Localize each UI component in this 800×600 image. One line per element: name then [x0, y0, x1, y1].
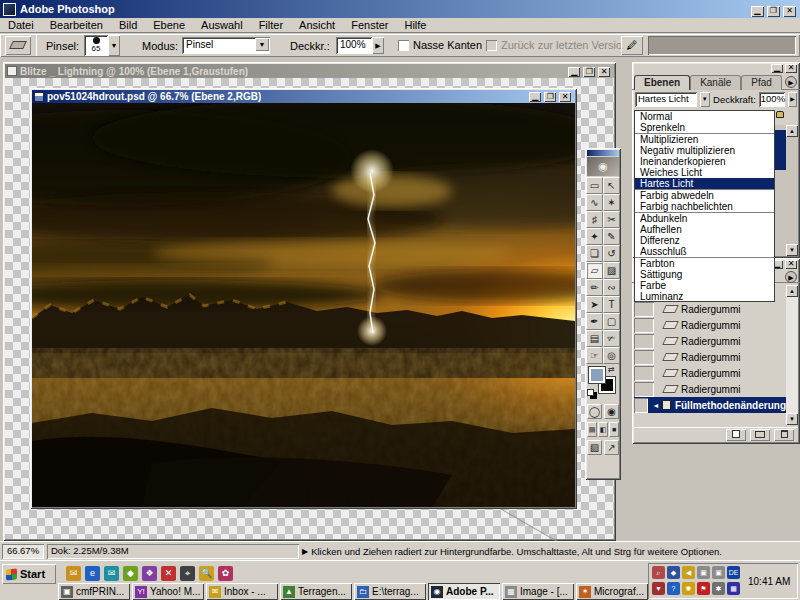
tray-language-indicator[interactable]: DE: [727, 566, 740, 579]
history-row[interactable]: Radiergummi: [634, 349, 786, 365]
history-snapshot-well[interactable]: [634, 350, 654, 365]
blend-option-multiplizieren[interactable]: Multiplizieren: [635, 134, 774, 145]
history-list[interactable]: Radiergummi Radiergummi Radiergummi Radi…: [634, 285, 786, 425]
history-state-slider-icon[interactable]: ◄: [652, 402, 659, 409]
tray-update-icon[interactable]: ✺: [682, 582, 695, 595]
quick-launch-communicator-icon[interactable]: ✿: [218, 566, 233, 581]
doc-pov-restore-button[interactable]: ❐: [544, 92, 556, 102]
quick-launch-outlook-icon[interactable]: ✉: [66, 566, 81, 581]
layers-palette-minimize-button[interactable]: ▁: [771, 64, 783, 73]
paintbrush-tool[interactable]: ✎: [603, 228, 620, 245]
layers-scroll-up[interactable]: ▲: [786, 125, 798, 137]
taskbar-button-micrografx[interactable]: ✶Micrograf...: [576, 583, 648, 600]
doc-pov-close-button[interactable]: ✕: [559, 92, 571, 102]
blend-option-differenz[interactable]: Differenz: [635, 235, 774, 246]
tray-display-icon[interactable]: ▣: [697, 566, 710, 579]
selected-layer-row[interactable]: [774, 130, 786, 170]
blend-option-ineinanderkopieren[interactable]: Ineinanderkopieren: [635, 156, 774, 167]
blend-option-weiches-licht[interactable]: Weiches Licht: [635, 167, 774, 178]
history-snapshot-well[interactable]: [634, 398, 648, 413]
taskbar-button-image[interactable]: ▦Image - [...: [502, 583, 574, 600]
layers-opacity-arrow[interactable]: ▶: [788, 92, 797, 107]
tray-magnifier-icon[interactable]: ⌕: [652, 566, 665, 579]
zoom-level-field[interactable]: 66.67%: [2, 544, 44, 559]
foreground-color-swatch[interactable]: [589, 367, 605, 383]
tab-ebenen[interactable]: Ebenen: [634, 75, 690, 90]
blend-mode-arrow[interactable]: ▼: [700, 92, 710, 107]
blend-option-farbe[interactable]: Farbe: [635, 280, 774, 291]
quick-mask-mode-button[interactable]: ◉: [604, 404, 619, 419]
mode-select[interactable]: Pinsel ▼: [182, 37, 270, 54]
doc-size-field[interactable]: Dok: 2.25M/9.38M: [47, 544, 299, 559]
layers-palette-close-button[interactable]: ✕: [785, 64, 797, 73]
lasso-tool[interactable]: ∿: [586, 194, 603, 211]
blend-option-sprenkeln[interactable]: Sprenkeln: [635, 122, 774, 133]
swap-colors-icon[interactable]: ⇄: [608, 365, 615, 374]
fullscreen-menu-button[interactable]: ◧: [598, 422, 608, 437]
move-tool[interactable]: ↖: [603, 177, 620, 194]
menu-bild[interactable]: Bild: [111, 18, 145, 32]
tab-kanaele[interactable]: Kanäle: [690, 75, 741, 90]
jump-to-app-button[interactable]: ↗: [604, 440, 619, 455]
history-row-selected[interactable]: ◄Füllmethodenänderung: [634, 397, 786, 413]
start-button[interactable]: Start: [2, 564, 56, 584]
history-scrollbar[interactable]: ▲ ▼: [786, 285, 798, 425]
clone-stamp-tool[interactable]: ❏: [586, 245, 603, 262]
blend-option-hartes-licht[interactable]: Hartes Licht: [635, 178, 774, 189]
blend-option-normal[interactable]: Normal: [635, 111, 774, 122]
wet-edges-checkbox[interactable]: [398, 40, 409, 51]
slice-tool[interactable]: ✂: [603, 211, 620, 228]
quick-launch-internet-explorer-icon[interactable]: e: [85, 566, 100, 581]
history-row[interactable]: Radiergummi: [634, 301, 786, 317]
blend-option-farbig-abwedeln[interactable]: Farbig abwedeln: [635, 190, 774, 201]
doc-blitze-close-button[interactable]: ✕: [598, 67, 610, 77]
hand-tool[interactable]: ☞: [586, 347, 603, 364]
mode-select-arrow[interactable]: ▼: [255, 38, 269, 51]
opacity-field[interactable]: 100%: [336, 37, 372, 54]
history-scroll-down[interactable]: ▼: [786, 413, 798, 425]
menu-bearbeiten[interactable]: Bearbeiten: [42, 18, 111, 32]
crop-tool[interactable]: ♯: [586, 211, 603, 228]
marquee-tool[interactable]: ▭: [586, 177, 603, 194]
history-row[interactable]: Radiergummi: [634, 365, 786, 381]
pencil-tool[interactable]: ✏: [586, 279, 603, 296]
blend-option-luminanz[interactable]: Luminanz: [635, 291, 774, 302]
taskbar-clock[interactable]: 10:41 AM: [748, 576, 790, 587]
wet-edges-option[interactable]: Nasse Kanten: [398, 39, 482, 51]
doc-pov-minimize-button[interactable]: ▁: [529, 92, 541, 102]
taskbar-button-terragen[interactable]: ▲Terragen...: [280, 583, 352, 600]
history-row[interactable]: Radiergummi: [634, 317, 786, 333]
menu-ebene[interactable]: Ebene: [145, 18, 193, 32]
doc-blitze-minimize-button[interactable]: ▁: [568, 67, 580, 77]
tab-pfad[interactable]: Pfad: [741, 75, 782, 90]
gradient-tool[interactable]: ▨: [603, 262, 620, 279]
layers-palette-titlebar[interactable]: ▁ ✕: [634, 64, 798, 74]
blend-option-saettigung[interactable]: Sättigung: [635, 269, 774, 280]
tray-network-icon[interactable]: ▣: [712, 566, 725, 579]
blend-option-farbton[interactable]: Farbton: [635, 258, 774, 269]
quick-launch-viewer-icon[interactable]: 🔍: [199, 566, 214, 581]
notes-tool[interactable]: ▤: [586, 330, 603, 347]
taskbar-button-inbox[interactable]: ✉Inbox - ...: [206, 583, 278, 600]
opacity-spinner[interactable]: ▶: [372, 37, 384, 54]
taskbar-button-adobe-photoshop[interactable]: ◉Adobe P...: [428, 583, 500, 600]
standard-screen-button[interactable]: ▤: [587, 422, 597, 437]
default-colors-icon[interactable]: [587, 389, 594, 396]
airbrush-tool[interactable]: ✦: [586, 228, 603, 245]
minimize-button[interactable]: ▁: [751, 6, 764, 17]
tray-scheduler-icon[interactable]: ▼: [652, 582, 665, 595]
doc-blitze-titlebar[interactable]: Blitze _ Lightning @ 100% (Ebene 1,Graus…: [5, 64, 614, 78]
tray-graphics-icon[interactable]: ▦: [727, 582, 740, 595]
pen-tool[interactable]: ✒: [586, 313, 603, 330]
taskbar-button-explorer-terrag[interactable]: 🗀E:\terrag...: [354, 583, 426, 600]
history-scroll-up[interactable]: ▲: [786, 285, 798, 297]
history-row[interactable]: Radiergummi: [634, 381, 786, 397]
menu-datei[interactable]: Datei: [0, 18, 42, 32]
zoom-tool[interactable]: ◎: [603, 347, 620, 364]
taskbar-button-yahoo[interactable]: Y!Yahoo! M...: [132, 583, 204, 600]
quick-launch-find-icon[interactable]: ⌖: [180, 566, 195, 581]
menu-auswahl[interactable]: Auswahl: [193, 18, 251, 32]
restore-button[interactable]: ❐: [767, 6, 780, 17]
doc-blitze-restore-button[interactable]: ❐: [583, 67, 595, 77]
history-brush-tool[interactable]: ↺: [603, 245, 620, 262]
